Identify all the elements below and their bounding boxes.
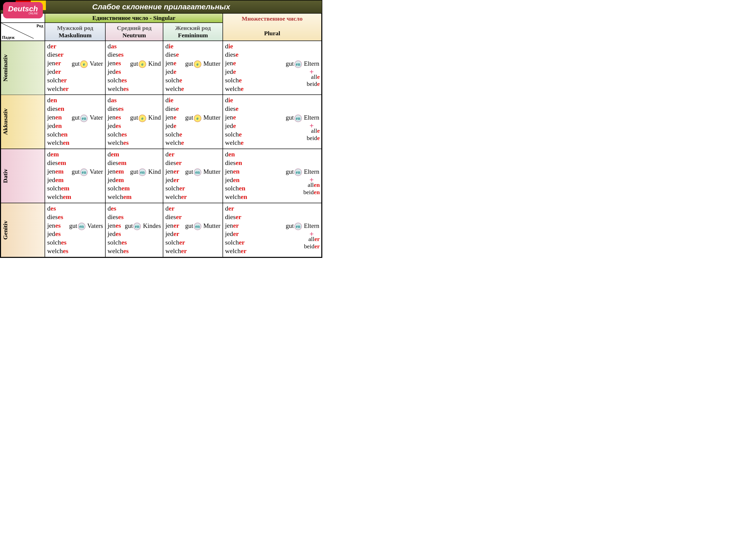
corner-cell: Род Падеж: [1, 23, 45, 41]
cell-akkusativ-n: dasdiesesjenesjedessolcheswelchesgute Ki…: [105, 95, 163, 149]
cell-nominativ-p: diediesejenejedesolchewelcheguten Eltern…: [223, 41, 322, 95]
cell-akkusativ-p: diediesejenejedesolchewelcheguten Eltern…: [223, 95, 322, 149]
header-plural: Множественное число Plural: [223, 13, 322, 41]
cell-nominativ-m: derdieserjenerjedersolcherwelchergute Va…: [45, 41, 105, 95]
title-bar: DeutschONLINE Слабое склонение прилагате…: [1, 1, 322, 13]
cell-dativ-n: demdiesemjenemjedemsolchemwelchemguten K…: [105, 149, 163, 203]
cell-genitiv-n: desdiesesjenesjedessolcheswelchesguten K…: [105, 203, 163, 257]
case-label-genitiv: Genitiv: [1, 203, 45, 257]
cell-nominativ-f: diediesejenejedesolchewelchegute Mutter: [163, 41, 223, 95]
cell-genitiv-p: derdieserjenerjedersolcherwelcherguten E…: [223, 203, 322, 257]
case-label-nominativ: Nominativ: [1, 41, 45, 95]
cell-dativ-f: derdieserjenerjedersolcherwelcherguten M…: [163, 149, 223, 203]
col-header-femininum: Женский родFemininum: [163, 23, 223, 41]
case-label-dativ: Dativ: [1, 149, 45, 203]
cell-dativ-p: dendiesenjenenjedensolchenwelchenguten E…: [223, 149, 322, 203]
case-label-akkusativ: Akkusativ: [1, 95, 45, 149]
deutsch-logo: DeutschONLINE: [3, 2, 43, 18]
cell-genitiv-m: desdiesesjenesjedessolcheswelchesguten V…: [45, 203, 105, 257]
cell-dativ-m: demdiesemjenemjedemsolchemwelchemguten V…: [45, 149, 105, 203]
cell-nominativ-n: dasdiesesjenesjedessolcheswelchesgute Ki…: [105, 41, 163, 95]
cell-genitiv-f: derdieserjenerjedersolcherwelcherguten M…: [163, 203, 223, 257]
declension-table: © Anna Reiche Единственное число - Singu…: [1, 13, 322, 258]
header-singular: Единственное число - Singular: [45, 13, 223, 23]
col-header-maskulinum: Мужской родMaskulinum: [45, 23, 105, 41]
page-title: Слабое склонение прилагательных: [92, 3, 230, 11]
cell-akkusativ-m: dendiesenjenenjedensolchenwelchenguten V…: [45, 95, 105, 149]
page: DeutschONLINE Слабое склонение прилагате…: [0, 0, 322, 258]
cell-akkusativ-f: diediesejenejedesolchewelchegute Mutter: [163, 95, 223, 149]
col-header-neutrum: Средний родNeutrum: [105, 23, 163, 41]
